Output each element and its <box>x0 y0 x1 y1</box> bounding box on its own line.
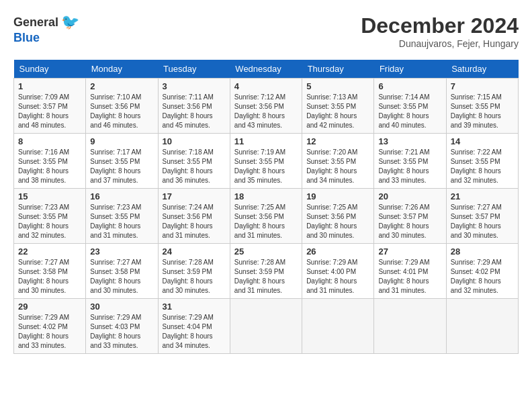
logo-general-text: General <box>13 15 58 30</box>
table-row: 28Sunrise: 7:29 AM Sunset: 4:02 PM Dayli… <box>446 244 518 299</box>
table-row: 9Sunrise: 7:17 AM Sunset: 3:55 PM Daylig… <box>86 134 158 189</box>
table-row: 21Sunrise: 7:27 AM Sunset: 3:57 PM Dayli… <box>446 189 518 244</box>
calendar-week-4: 22Sunrise: 7:27 AM Sunset: 3:58 PM Dayli… <box>14 244 519 299</box>
calendar-week-3: 15Sunrise: 7:23 AM Sunset: 3:55 PM Dayli… <box>14 189 519 244</box>
table-row <box>374 299 446 354</box>
table-row <box>302 299 374 354</box>
table-row: 13Sunrise: 7:21 AM Sunset: 3:55 PM Dayli… <box>374 134 446 189</box>
calendar-week-2: 8Sunrise: 7:16 AM Sunset: 3:55 PM Daylig… <box>14 134 519 189</box>
table-row: 4Sunrise: 7:12 AM Sunset: 3:56 PM Daylig… <box>230 79 302 134</box>
table-row: 18Sunrise: 7:25 AM Sunset: 3:56 PM Dayli… <box>230 189 302 244</box>
table-row: 31Sunrise: 7:29 AM Sunset: 4:04 PM Dayli… <box>158 299 230 354</box>
table-row: 16Sunrise: 7:23 AM Sunset: 3:55 PM Dayli… <box>86 189 158 244</box>
col-tuesday: Tuesday <box>158 60 230 79</box>
table-row: 3Sunrise: 7:11 AM Sunset: 3:56 PM Daylig… <box>158 79 230 134</box>
calendar-week-1: 1Sunrise: 7:09 AM Sunset: 3:57 PM Daylig… <box>14 79 519 134</box>
calendar-header-row: Sunday Monday Tuesday Wednesday Thursday… <box>14 60 519 79</box>
table-row: 10Sunrise: 7:18 AM Sunset: 3:55 PM Dayli… <box>158 134 230 189</box>
page-header: General 🐦 Blue December 2024 Dunaujvaros… <box>13 13 519 49</box>
table-row: 24Sunrise: 7:28 AM Sunset: 3:59 PM Dayli… <box>158 244 230 299</box>
table-row: 22Sunrise: 7:27 AM Sunset: 3:58 PM Dayli… <box>14 244 86 299</box>
table-row: 14Sunrise: 7:22 AM Sunset: 3:55 PM Dayli… <box>446 134 518 189</box>
table-row: 1Sunrise: 7:09 AM Sunset: 3:57 PM Daylig… <box>14 79 86 134</box>
col-monday: Monday <box>86 60 158 79</box>
col-thursday: Thursday <box>302 60 374 79</box>
table-row: 25Sunrise: 7:28 AM Sunset: 3:59 PM Dayli… <box>230 244 302 299</box>
col-wednesday: Wednesday <box>230 60 302 79</box>
table-row: 23Sunrise: 7:27 AM Sunset: 3:58 PM Dayli… <box>86 244 158 299</box>
table-row: 7Sunrise: 7:15 AM Sunset: 3:55 PM Daylig… <box>446 79 518 134</box>
table-row: 17Sunrise: 7:24 AM Sunset: 3:56 PM Dayli… <box>158 189 230 244</box>
table-row: 11Sunrise: 7:19 AM Sunset: 3:55 PM Dayli… <box>230 134 302 189</box>
col-friday: Friday <box>374 60 446 79</box>
table-row: 6Sunrise: 7:14 AM Sunset: 3:55 PM Daylig… <box>374 79 446 134</box>
calendar-week-5: 29Sunrise: 7:29 AM Sunset: 4:02 PM Dayli… <box>14 299 519 354</box>
logo: General 🐦 Blue <box>13 13 79 45</box>
table-row: 26Sunrise: 7:29 AM Sunset: 4:00 PM Dayli… <box>302 244 374 299</box>
logo-bird-icon: 🐦 <box>61 13 79 31</box>
table-row: 8Sunrise: 7:16 AM Sunset: 3:55 PM Daylig… <box>14 134 86 189</box>
table-row: 19Sunrise: 7:25 AM Sunset: 3:56 PM Dayli… <box>302 189 374 244</box>
month-title: December 2024 <box>361 13 519 38</box>
logo-blue-text: Blue <box>13 31 40 45</box>
table-row: 30Sunrise: 7:29 AM Sunset: 4:03 PM Dayli… <box>86 299 158 354</box>
table-row: 20Sunrise: 7:26 AM Sunset: 3:57 PM Dayli… <box>374 189 446 244</box>
col-sunday: Sunday <box>14 60 86 79</box>
table-row: 12Sunrise: 7:20 AM Sunset: 3:55 PM Dayli… <box>302 134 374 189</box>
title-section: December 2024 Dunaujvaros, Fejer, Hungar… <box>361 13 519 49</box>
location-subtitle: Dunaujvaros, Fejer, Hungary <box>361 38 519 49</box>
table-row: 5Sunrise: 7:13 AM Sunset: 3:55 PM Daylig… <box>302 79 374 134</box>
calendar-table: Sunday Monday Tuesday Wednesday Thursday… <box>13 60 519 354</box>
table-row: 29Sunrise: 7:29 AM Sunset: 4:02 PM Dayli… <box>14 299 86 354</box>
table-row: 15Sunrise: 7:23 AM Sunset: 3:55 PM Dayli… <box>14 189 86 244</box>
table-row <box>446 299 518 354</box>
table-row <box>230 299 302 354</box>
col-saturday: Saturday <box>446 60 518 79</box>
table-row: 27Sunrise: 7:29 AM Sunset: 4:01 PM Dayli… <box>374 244 446 299</box>
table-row: 2Sunrise: 7:10 AM Sunset: 3:56 PM Daylig… <box>86 79 158 134</box>
